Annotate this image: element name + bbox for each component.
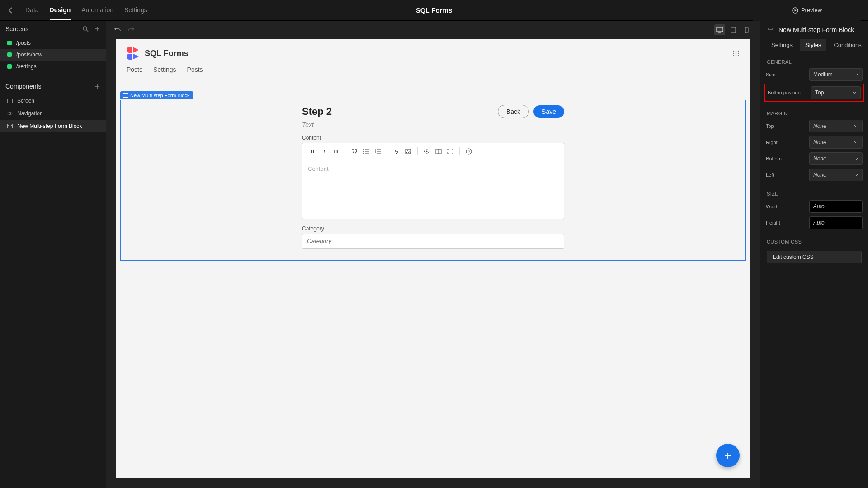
back-icon[interactable] [7, 7, 14, 14]
tab-design[interactable]: Design [50, 0, 71, 20]
app-tab-settings[interactable]: Settings [153, 66, 176, 73]
app-tab-posts2[interactable]: Posts [187, 66, 203, 73]
screens-header: Screens [0, 21, 106, 37]
device-mobile-icon[interactable] [741, 24, 752, 35]
svg-rect-10 [745, 27, 748, 33]
section-margin: MARGIN [760, 107, 868, 118]
category-input[interactable] [302, 234, 564, 249]
side-by-side-icon[interactable] [433, 146, 444, 157]
ol-icon[interactable]: 123 [373, 146, 383, 157]
ul-icon[interactable] [361, 146, 372, 157]
app-name: SQL Forms [145, 49, 189, 58]
components-header: Components [0, 78, 106, 94]
svg-text:3: 3 [375, 152, 376, 154]
search-icon[interactable] [82, 26, 89, 32]
add-fab[interactable]: + [716, 444, 740, 467]
svg-point-26 [363, 153, 364, 154]
svg-rect-8 [717, 27, 723, 32]
section-general: GENERAL [760, 56, 868, 66]
app-tabs: Posts Settings Posts [116, 60, 750, 78]
right-panel: New Multi-step Form Block Settings Style… [760, 21, 868, 488]
preview-icon[interactable] [421, 146, 432, 157]
size-label: Size [766, 72, 805, 77]
status-dot-icon [7, 64, 12, 69]
tab-data[interactable]: Data [25, 0, 39, 20]
content-area[interactable]: Content [302, 160, 564, 219]
undo-icon[interactable] [114, 26, 121, 33]
size-select[interactable]: Medium [809, 68, 863, 81]
rich-text-editor: B I H 123 [302, 143, 564, 219]
margin-right-label: Right [766, 140, 805, 145]
svg-point-14 [733, 53, 734, 54]
content-label: Content [302, 135, 564, 141]
category-label: Category [302, 225, 564, 232]
play-icon [792, 7, 798, 14]
preview-button[interactable]: Preview [792, 7, 822, 14]
device-desktop-icon[interactable] [714, 24, 725, 35]
section-size: SIZE [760, 188, 868, 198]
tab-automation[interactable]: Automation [81, 0, 113, 20]
svg-point-18 [736, 55, 736, 56]
svg-point-3 [83, 27, 87, 30]
height-label: Height [766, 220, 805, 225]
form-block-icon [767, 27, 774, 33]
chevron-down-icon [854, 124, 859, 128]
width-input[interactable]: Auto [809, 200, 863, 213]
redo-icon[interactable] [127, 26, 135, 33]
screen-posts-new[interactable]: /posts/new [0, 49, 106, 61]
link-icon[interactable] [391, 146, 402, 157]
chevron-down-icon [854, 173, 859, 177]
svg-point-15 [736, 53, 736, 54]
margin-top-label: Top [766, 123, 805, 129]
form-block-icon [123, 93, 128, 98]
heading-icon[interactable]: H [330, 146, 341, 157]
right-tab-settings[interactable]: Settings [766, 39, 798, 51]
edit-css-button[interactable]: Edit custom CSS [767, 251, 862, 263]
svg-point-12 [736, 51, 736, 52]
height-input[interactable]: Auto [809, 216, 863, 229]
button-position-label: Button position [768, 90, 807, 95]
quote-icon[interactable] [349, 146, 360, 157]
margin-right-select[interactable]: None [809, 136, 863, 149]
form-block[interactable]: Step 2 Back Save Text Content B I [120, 100, 746, 261]
status-dot-icon [7, 41, 12, 45]
right-tab-styles[interactable]: Styles [800, 39, 826, 51]
back-button[interactable]: Back [498, 105, 529, 118]
right-tab-conditions[interactable]: Conditions [828, 39, 867, 51]
add-screen-icon[interactable] [94, 26, 100, 32]
tab-settings[interactable]: Settings [124, 0, 147, 20]
app-tab-posts[interactable]: Posts [127, 66, 142, 73]
svg-point-11 [733, 51, 734, 52]
margin-left-select[interactable]: None [809, 169, 863, 181]
component-navigation[interactable]: Navigation [0, 107, 106, 120]
component-screen[interactable]: Screen [0, 94, 106, 107]
svg-rect-7 [9, 125, 12, 126]
components-label: Components [5, 83, 41, 90]
screen-posts[interactable]: /posts [0, 37, 106, 49]
canvas-area: SQL Forms Posts Settings Posts New Multi… [106, 21, 760, 488]
width-label: Width [766, 204, 805, 209]
canvas[interactable]: SQL Forms Posts Settings Posts New Multi… [116, 39, 750, 478]
grid-menu-icon[interactable] [732, 50, 740, 57]
preview-label: Preview [801, 7, 822, 14]
form-block-icon [7, 124, 13, 128]
button-position-select[interactable]: Top [811, 86, 861, 99]
help-icon[interactable]: ? [463, 146, 474, 157]
svg-text:?: ? [468, 149, 470, 154]
device-tablet-icon[interactable] [728, 24, 739, 35]
block-tag[interactable]: New Multi-step Form Block [120, 91, 193, 99]
component-form-block[interactable]: New Multi-step Form Block [0, 120, 106, 132]
image-icon[interactable] [403, 146, 414, 157]
screen-settings[interactable]: /settings [0, 61, 106, 72]
margin-bottom-label: Bottom [766, 156, 805, 161]
save-button[interactable]: Save [533, 105, 564, 118]
fullscreen-icon[interactable] [445, 146, 456, 157]
margin-bottom-select[interactable]: None [809, 152, 863, 165]
italic-icon[interactable]: I [319, 146, 330, 157]
margin-left-label: Left [766, 172, 805, 178]
margin-top-select[interactable]: None [809, 120, 863, 132]
add-component-icon[interactable] [94, 83, 100, 89]
bold-icon[interactable]: B [307, 146, 318, 157]
screens-label: Screens [5, 25, 28, 33]
section-custom-css: CUSTOM CSS [760, 235, 868, 246]
